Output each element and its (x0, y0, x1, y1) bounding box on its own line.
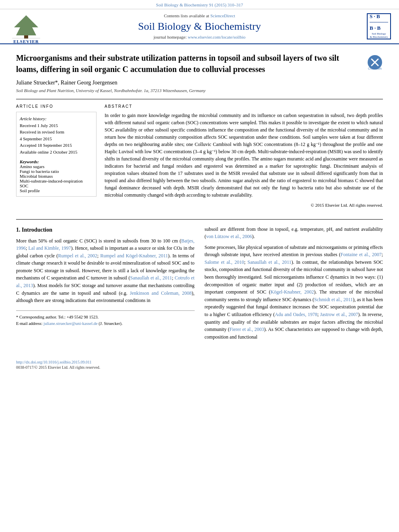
article-info-abstract-section: ARTICLE INFO Article history: Received 1… (16, 104, 383, 211)
cite-adu[interactable]: Adu and Oades, 1978 (275, 312, 317, 317)
available-date: Available online 2 October 2015 (20, 149, 93, 156)
journal-header: ELSEVIER Contents lists available at Sci… (0, 9, 399, 44)
kw-3: Microbial biomass (20, 174, 93, 179)
history-label: Article history: (20, 115, 93, 122)
article-history: Article history: Received 1 July 2015 Re… (20, 115, 93, 155)
journal-header-center: Contents lists available at ScienceDirec… (52, 13, 347, 39)
body-left-column: 1. Introduction More than 50% of soil or… (16, 226, 195, 344)
article-title-section: Microorganisms and their substrate utili… (16, 52, 383, 75)
cite-jenkinson[interactable]: Jenkinson and Coleman, 2008 (130, 290, 192, 296)
cite-vonlutzow[interactable]: von Lützow et al., 2006 (206, 234, 252, 239)
corresponding-author-note: * Corresponding author. Tel.: +49 5542 9… (16, 314, 195, 320)
svg-text:CrossMark: CrossMark (368, 67, 382, 70)
issn-info: 0038-0717/© 2015 Elsevier Ltd. All right… (16, 365, 383, 370)
article-title: Microorganisms and their substrate utili… (16, 52, 361, 75)
article-info-panel: ARTICLE INFO Article history: Received 1… (16, 104, 97, 211)
journal-title: Soil Biology & Biochemistry (52, 21, 347, 33)
article-info-title: ARTICLE INFO (16, 104, 97, 109)
kw-1: Amino sugars (20, 164, 93, 169)
affiliation: Soil Biology and Plant Nutrition, Univer… (16, 88, 383, 93)
crossmark-logo: CrossMark (367, 54, 383, 70)
section-divider (16, 219, 383, 220)
footnote-area: * Corresponding author. Tel.: +49 5542 9… (16, 310, 195, 327)
email-link[interactable]: juliane.struecker@uni-kassel.de (43, 321, 97, 326)
abstract-text: In order to gain more knowledge regardin… (105, 112, 383, 209)
keywords-label: Keywords: (20, 159, 93, 164)
cite-fontaine[interactable]: Fontaine et al., 2007 (341, 252, 382, 257)
cite-rumpel2[interactable]: Rumpel and Kögel-Knabner, 2011 (100, 253, 168, 259)
contents-line: Contents lists available at ScienceDirec… (52, 13, 347, 18)
bottom-bar: http://dx.doi.org/10.1016/j.soilbio.2015… (0, 358, 399, 372)
body-text-right: subsoil are different from those in tops… (205, 226, 383, 341)
cite-sanaullah2[interactable]: Sanaullah et al., 2011 (247, 259, 291, 265)
body-text-left: More than 50% of soil organic C (SOC) is… (16, 237, 195, 304)
journal-homepage: journal homepage: www.elsevier.com/locat… (52, 35, 347, 39)
kw-5: SOC (20, 183, 93, 188)
elsevier-logo-left: ELSEVIER (8, 13, 52, 39)
sciencedirect-link[interactable]: ScienceDirect (210, 13, 235, 18)
cite-sanaullah1[interactable]: Sanaullah et al., 2011 (130, 275, 172, 281)
revised-label: Received in revised form (20, 129, 93, 136)
cite-schmidt[interactable]: Schmidt et al., 2011 (314, 297, 353, 302)
abstract-title: ABSTRACT (105, 104, 383, 109)
cite-salome[interactable]: Salome et al., 2010 (205, 259, 244, 265)
kw-4: Multi-substrate-induced-respiration (20, 179, 93, 183)
cite-lal[interactable]: Lal and Kimble, 1997 (29, 245, 71, 251)
revised-date: 4 September 2015 (20, 136, 93, 142)
journal-reference: Soil Biology & Biochemistry 91 (2015) 31… (0, 0, 399, 9)
sb-logo: S · B ───── B · B Soil Biology& Biochemi… (347, 13, 391, 39)
article-history-box: Article history: Received 1 July 2015 Re… (16, 112, 97, 197)
journal-url[interactable]: www.elsevier.com/locate/soilbio (188, 35, 245, 39)
received-date: Received 1 July 2015 (20, 122, 93, 129)
body-right-column: subsoil are different from those in tops… (205, 226, 383, 344)
section-1-heading: 1. Introduction (16, 226, 195, 234)
main-content: Microorganisms and their substrate utili… (0, 44, 399, 352)
kw-2: Fungi to bacteria ratio (20, 169, 93, 174)
cite-rumpel1[interactable]: Rumpel et al., 2002 (58, 253, 97, 259)
cite-kogelknabner[interactable]: Kögel-Knabner, 2002 (271, 289, 314, 295)
copyright: © 2015 Elsevier Ltd. All rights reserved… (105, 202, 383, 209)
abstract-section: ABSTRACT In order to gain more knowledge… (105, 104, 383, 211)
kw-6: Soil profile (20, 188, 93, 193)
keywords-section: Keywords: Amino sugars Fungi to bacteria… (20, 159, 93, 193)
accepted-date: Accepted 18 September 2015 (20, 142, 93, 149)
article-divider (16, 99, 383, 99)
cite-jastrow[interactable]: Jastrow et al., 2007 (320, 312, 358, 317)
authors: Juliane Struecker*, Rainer Georg Joergen… (16, 80, 383, 86)
doi-link[interactable]: http://dx.doi.org/10.1016/j.soilbio.2015… (16, 360, 92, 364)
email-footnote: E-mail address: juliane.struecker@uni-ka… (16, 320, 195, 327)
body-section: 1. Introduction More than 50% of soil or… (16, 226, 383, 344)
svg-marker-0 (14, 15, 38, 35)
cite-fierer[interactable]: Fierer et al., 2003 (230, 327, 264, 332)
